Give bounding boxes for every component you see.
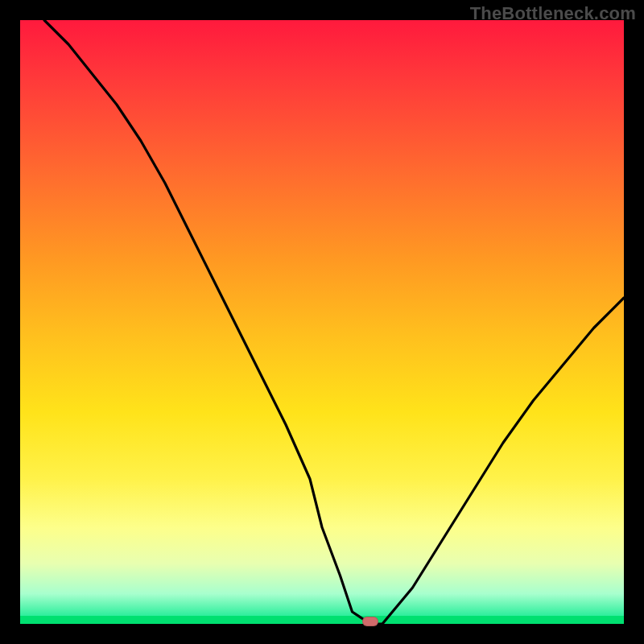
curve-svg: [20, 20, 624, 624]
optimal-marker: [362, 617, 378, 626]
chart-frame: TheBottleneck.com: [0, 0, 644, 644]
watermark-text: TheBottleneck.com: [470, 3, 636, 24]
bottleneck-curve: [44, 20, 624, 624]
plot-area: [20, 20, 624, 624]
